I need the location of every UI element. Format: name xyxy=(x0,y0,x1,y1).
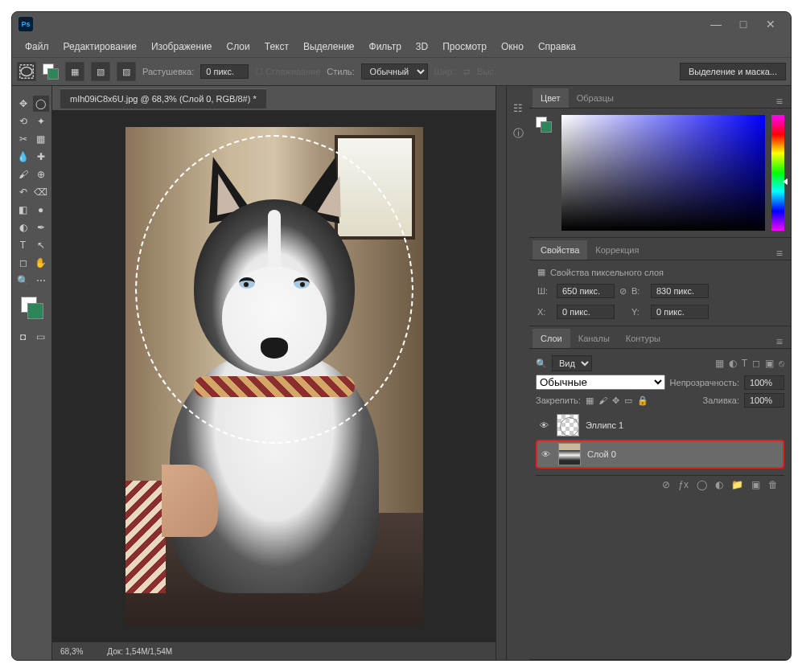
type-tool[interactable]: T xyxy=(15,237,31,253)
layers-panel-menu[interactable]: ≡ xyxy=(771,335,788,348)
fill-input[interactable] xyxy=(744,393,784,408)
selection-mode-intersect-icon[interactable]: ▨ xyxy=(117,62,136,81)
link-layers-icon[interactable]: ⊘ xyxy=(662,479,670,490)
blend-mode-select[interactable]: Обычные xyxy=(536,375,665,390)
tab-paths[interactable]: Контуры xyxy=(618,329,668,348)
height-input[interactable] xyxy=(651,284,709,298)
tab-channels[interactable]: Каналы xyxy=(570,329,618,348)
menu-filter[interactable]: Фильтр xyxy=(363,38,408,55)
color-field[interactable] xyxy=(561,115,765,231)
mask-icon[interactable]: ◯ xyxy=(697,479,707,490)
canvas-viewport[interactable] xyxy=(52,110,496,642)
magic-wand-tool[interactable]: ✦ xyxy=(33,113,49,129)
delete-layer-icon[interactable]: 🗑 xyxy=(768,479,778,490)
x-input[interactable] xyxy=(557,305,615,319)
menu-select[interactable]: Выделение xyxy=(297,38,361,55)
frame-tool[interactable]: ▦ xyxy=(33,131,49,147)
menu-layer[interactable]: Слои xyxy=(220,38,257,55)
tab-color[interactable]: Цвет xyxy=(533,88,569,108)
screen-mode-toggle[interactable]: ▭ xyxy=(33,329,49,345)
menu-edit[interactable]: Редактирование xyxy=(57,38,143,55)
selection-mode-add-icon[interactable]: ▦ xyxy=(65,62,84,81)
document-tab[interactable]: mIh09iC8x6U.jpg @ 68,3% (Слой 0, RGB/8#)… xyxy=(60,88,266,109)
filter-toggle-icon[interactable]: ⎋ xyxy=(779,358,784,369)
document-image xyxy=(125,127,423,625)
hand-tool[interactable]: ✋ xyxy=(33,255,49,271)
color-fg-bg-swatch[interactable] xyxy=(536,117,552,133)
path-select-tool[interactable]: ↖ xyxy=(33,237,49,253)
filter-type-icon[interactable]: T xyxy=(742,358,747,369)
visibility-toggle-icon[interactable]: 👁 xyxy=(539,449,552,459)
group-icon[interactable]: 📁 xyxy=(731,479,743,490)
filter-adjust-icon[interactable]: ◐ xyxy=(729,358,737,369)
filter-shape-icon[interactable]: ◻ xyxy=(752,358,760,369)
link-wh-icon[interactable]: ⊘ xyxy=(619,286,627,297)
lock-brush-icon[interactable]: 🖌 xyxy=(598,395,607,405)
eraser-tool[interactable]: ⌫ xyxy=(33,184,49,200)
blur-tool[interactable]: ● xyxy=(33,202,49,218)
move-tool[interactable]: ✥ xyxy=(15,96,31,112)
tab-swatches[interactable]: Образцы xyxy=(569,88,622,108)
visibility-toggle-icon[interactable]: 👁 xyxy=(537,420,550,430)
feather-input[interactable] xyxy=(200,64,249,79)
menu-window[interactable]: Окно xyxy=(495,38,530,55)
width-input[interactable] xyxy=(557,284,615,298)
select-and-mask-button[interactable]: Выделение и маска... xyxy=(680,63,786,80)
layer-filter-kind[interactable]: Вид xyxy=(552,355,592,371)
zoom-level[interactable]: 68,3% xyxy=(60,647,83,656)
hue-slider[interactable] xyxy=(771,115,784,231)
tab-properties[interactable]: Свойства xyxy=(533,240,587,260)
layers-footer: ⊘ ƒx ◯ ◐ 📁 ▣ 🗑 xyxy=(536,475,784,494)
menu-view[interactable]: Просмотр xyxy=(436,38,493,55)
lasso-tool[interactable]: ⟲ xyxy=(15,113,31,129)
crop-tool[interactable]: ✂ xyxy=(15,131,31,147)
minimize-button[interactable]: — xyxy=(702,14,730,34)
brush-tool[interactable]: 🖌 xyxy=(15,166,31,182)
y-input[interactable] xyxy=(651,305,709,319)
props-panel-menu[interactable]: ≡ xyxy=(771,247,788,260)
eyedropper-tool[interactable]: 💧 xyxy=(15,149,31,165)
adjustment-layer-icon[interactable]: ◐ xyxy=(715,479,723,490)
menu-file[interactable]: Файл xyxy=(19,38,56,55)
layer-item-ellipse[interactable]: 👁 Эллипс 1 xyxy=(536,411,784,440)
info-panel-icon[interactable]: ⓘ xyxy=(511,126,525,141)
filter-pixel-icon[interactable]: ▦ xyxy=(715,358,724,369)
style-select[interactable]: Обычный xyxy=(361,64,428,80)
lock-pixels-icon[interactable]: ▦ xyxy=(586,395,594,406)
menu-3d[interactable]: 3D xyxy=(409,38,434,55)
pen-tool[interactable]: ✒ xyxy=(33,219,49,236)
marquee-tool[interactable]: ◯ xyxy=(33,96,49,112)
close-button[interactable]: ✕ xyxy=(757,14,784,34)
lock-position-icon[interactable]: ✥ xyxy=(612,395,619,406)
foreground-background-swatch[interactable] xyxy=(21,297,43,319)
quickmask-toggle[interactable]: ◘ xyxy=(15,329,31,345)
selection-mode-new-icon[interactable] xyxy=(43,64,59,80)
lock-all-icon[interactable]: 🔒 xyxy=(637,395,648,406)
lock-artboard-icon[interactable]: ▭ xyxy=(624,395,632,406)
tab-adjustments[interactable]: Коррекция xyxy=(587,240,647,260)
selection-mode-subtract-icon[interactable]: ▧ xyxy=(91,62,110,81)
menu-image[interactable]: Изображение xyxy=(145,38,219,55)
dodge-tool[interactable]: ◐ xyxy=(15,219,31,236)
healing-tool[interactable]: ✚ xyxy=(33,149,49,165)
tab-layers[interactable]: Слои xyxy=(533,329,570,348)
zoom-tool[interactable]: 🔍 xyxy=(15,272,31,289)
new-layer-icon[interactable]: ▣ xyxy=(751,479,760,490)
tool-preset-icon[interactable] xyxy=(17,62,36,81)
panel-gutter[interactable] xyxy=(496,86,507,660)
menu-text[interactable]: Текст xyxy=(258,38,295,55)
history-brush-tool[interactable]: ↶ xyxy=(15,184,31,200)
shape-tool[interactable]: ◻ xyxy=(15,255,31,271)
filter-smart-icon[interactable]: ▣ xyxy=(765,358,774,369)
fx-icon[interactable]: ƒx xyxy=(678,479,689,490)
menu-help[interactable]: Справка xyxy=(532,38,582,55)
edit-toolbar[interactable]: ⋯ xyxy=(33,272,49,289)
maximize-button[interactable]: □ xyxy=(730,14,757,34)
opacity-input[interactable] xyxy=(744,375,784,390)
gradient-tool[interactable]: ◧ xyxy=(15,202,31,218)
layer-item-sloy0[interactable]: 👁 Слой 0 xyxy=(536,440,784,469)
lock-label: Закрепить: xyxy=(536,395,581,405)
stamp-tool[interactable]: ⊕ xyxy=(33,166,49,182)
color-panel-menu[interactable]: ≡ xyxy=(771,95,788,108)
history-panel-icon[interactable]: ☷ xyxy=(511,100,525,115)
